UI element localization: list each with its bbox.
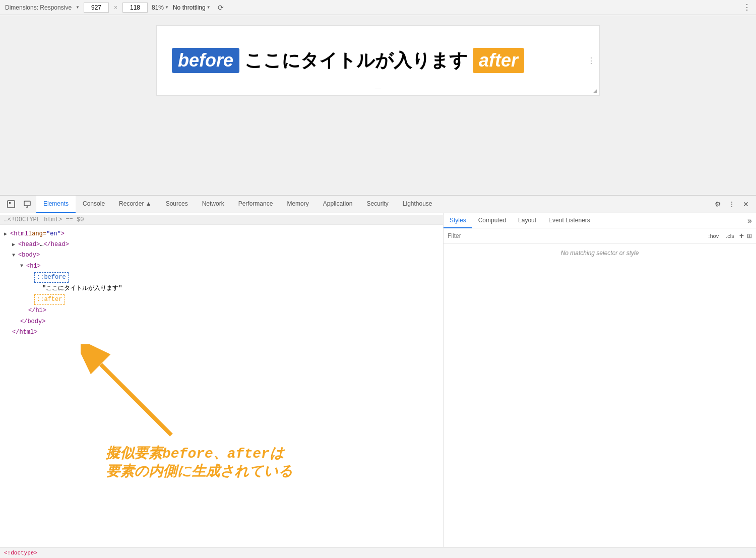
resize-handle-corner[interactable]: ◢ — [593, 88, 597, 93]
resize-handle-vertical[interactable]: ⋮ — [587, 56, 595, 66]
resize-handle-horizontal[interactable]: — — [375, 85, 381, 92]
page-preview: before ここにタイトルが入ります after ⋮ — ◢ — [156, 25, 600, 96]
throttling-label: No throttling — [173, 4, 206, 11]
dimension-sep: × — [114, 4, 117, 11]
refresh-icon[interactable]: ⟳ — [215, 2, 227, 14]
zoom-triangle: ▼ — [165, 5, 169, 10]
dimensions-triangle: ▼ — [76, 5, 80, 10]
dimensions-label: Dimensions: Responsive — [5, 4, 72, 11]
zoom-value: 81% — [152, 4, 164, 11]
width-input[interactable] — [84, 3, 109, 13]
more-options-icon[interactable]: ⋮ — [743, 3, 751, 12]
throttling-triangle: ▼ — [207, 5, 211, 10]
after-badge: after — [473, 48, 524, 73]
zoom-label: 81% ▼ — [152, 4, 169, 11]
browser-toolbar: Dimensions: Responsive ▼ × 81% ▼ No thro… — [0, 0, 756, 15]
browser-preview-area: before ここにタイトルが入ります after ⋮ — ◢ — [0, 15, 756, 195]
height-input[interactable] — [122, 3, 148, 13]
preview-content: before ここにタイトルが入ります after — [172, 48, 524, 73]
before-badge: before — [172, 48, 239, 73]
throttling-dropdown[interactable]: No throttling ▼ — [173, 4, 211, 11]
middle-text: ここにタイトルが入ります — [244, 48, 468, 73]
